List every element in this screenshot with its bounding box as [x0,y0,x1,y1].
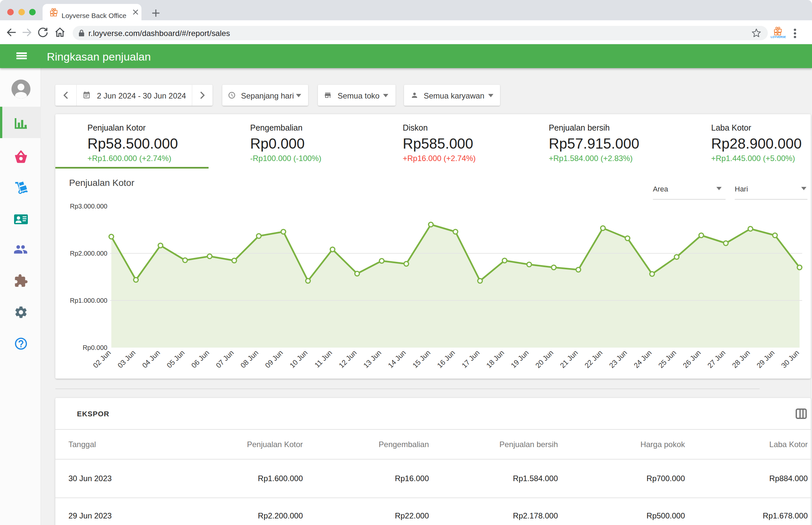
svg-text:10 Jun: 10 Jun [288,349,309,370]
svg-text:05 Jun: 05 Jun [165,349,186,370]
svg-text:Rp1.000.000: Rp1.000.000 [70,297,107,304]
svg-text:06 Jun: 06 Jun [190,349,210,370]
svg-text:18 Jun: 18 Jun [485,349,505,370]
svg-text:Rp0.000: Rp0.000 [83,344,107,351]
svg-text:21 Jun: 21 Jun [559,349,579,370]
svg-text:29 Jun: 29 Jun [755,349,776,370]
svg-text:04 Jun: 04 Jun [141,349,161,370]
svg-text:16 Jun: 16 Jun [435,349,456,370]
svg-text:12 Jun: 12 Jun [337,349,358,370]
svg-text:Rp3.000.000: Rp3.000.000 [70,202,107,210]
svg-text:13 Jun: 13 Jun [362,349,383,370]
svg-text:24 Jun: 24 Jun [632,349,653,370]
svg-text:08 Jun: 08 Jun [239,349,260,370]
svg-text:27 Jun: 27 Jun [706,349,727,370]
svg-text:17 Jun: 17 Jun [460,349,481,370]
svg-text:03 Jun: 03 Jun [116,349,137,370]
svg-text:25 Jun: 25 Jun [657,349,678,370]
svg-text:19 Jun: 19 Jun [509,349,530,370]
svg-text:11 Jun: 11 Jun [313,349,334,369]
svg-text:02 Jun: 02 Jun [91,349,112,370]
svg-text:09 Jun: 09 Jun [264,349,284,370]
svg-text:15 Jun: 15 Jun [411,349,432,370]
svg-text:22 Jun: 22 Jun [583,349,604,370]
svg-text:Rp2.000.000: Rp2.000.000 [70,250,107,257]
svg-text:23 Jun: 23 Jun [608,349,629,370]
svg-text:20 Jun: 20 Jun [534,349,555,370]
svg-text:28 Jun: 28 Jun [730,349,751,370]
svg-text:30 Jun: 30 Jun [780,349,800,370]
svg-text:14 Jun: 14 Jun [386,349,407,370]
svg-text:07 Jun: 07 Jun [215,349,235,370]
svg-text:26 Jun: 26 Jun [681,349,702,370]
